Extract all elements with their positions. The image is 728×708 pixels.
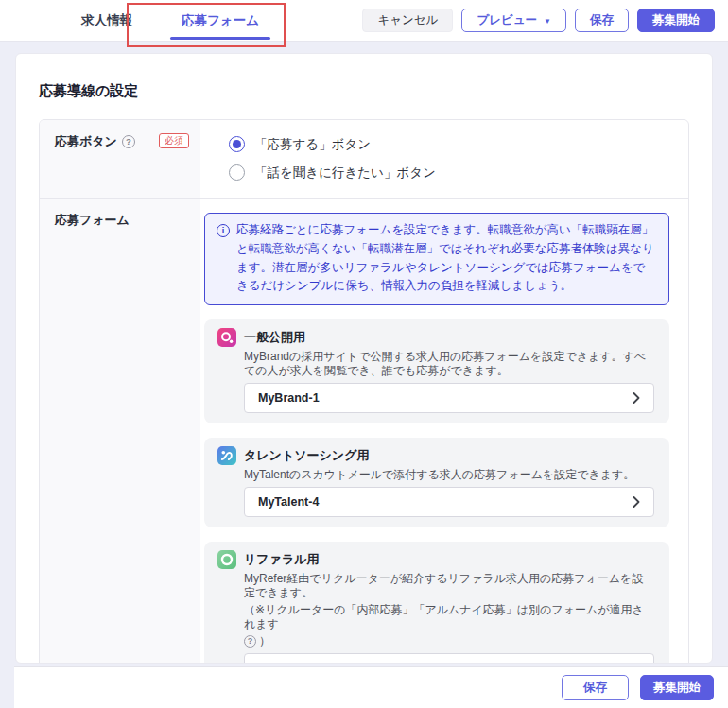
card-public-description: MyBrandの採用サイトで公開する求人用の応募フォームを設定できます。すべての… xyxy=(244,350,654,378)
card-referral-note: （※リクルーターの「内部応募」「アルムナイ応募」は別のフォームが適用されます ?… xyxy=(244,603,654,648)
apply-form-content: i 応募経路ごとに応募フォームを設定できます。転職意欲が高い「転職顕在層」と転職… xyxy=(200,199,688,664)
footer-save-button[interactable]: 保存 xyxy=(562,675,629,700)
card-talent-sourcing: タレントソーシング用 MyTalentのスカウトメールで添付する求人の応募フォー… xyxy=(204,438,669,527)
radio-option-casual-talk-label: 「話を聞きに行きたい」ボタン xyxy=(254,164,436,181)
card-talent-sourcing-description: MyTalentのスカウトメールで添付する求人の応募フォームを設定できます。 xyxy=(244,468,654,482)
radio-unselected-icon[interactable] xyxy=(229,164,245,181)
main-content-card: 応募導線の設定 応募ボタン ? 必須 「応募する」ボタン 「話を聞きに行きたい」… xyxy=(15,53,713,664)
settings-table: 応募ボタン ? 必須 「応募する」ボタン 「話を聞きに行きたい」ボタン xyxy=(39,119,689,664)
card-talent-sourcing-form-selector[interactable]: MyTalent-4 xyxy=(244,487,654,517)
card-talent-sourcing-form-value: MyTalent-4 xyxy=(258,495,319,509)
tab-application-form[interactable]: 応募フォーム xyxy=(157,0,284,42)
card-referral-description: MyRefer経由でリクルーターが紹介するリファラル求人用の応募フォームを設定で… xyxy=(244,572,654,600)
apply-button-options: 「応募する」ボタン 「話を聞きに行きたい」ボタン xyxy=(200,120,451,198)
info-icon: i xyxy=(217,224,230,237)
mybrand-icon xyxy=(217,328,236,347)
card-referral-title: リファラル用 xyxy=(244,551,320,568)
card-public-form-selector[interactable]: MyBrand-1 xyxy=(244,383,654,413)
radio-selected-icon[interactable] xyxy=(229,136,245,152)
chevron-right-icon xyxy=(633,496,640,508)
help-icon[interactable]: ? xyxy=(122,135,135,148)
footer-start-recruiting-button[interactable]: 募集開始 xyxy=(640,675,714,700)
cancel-button[interactable]: キャンセル xyxy=(362,9,453,32)
card-referral-form-value: MyRefer-1 xyxy=(258,662,315,664)
apply-button-label-cell: 応募ボタン ? 必須 xyxy=(40,120,200,198)
header-actions: キャンセル プレビュー ▼ 保存 募集開始 xyxy=(362,9,715,32)
apply-form-label-cell: 応募フォーム xyxy=(40,199,200,664)
footer-bar: 保存 募集開始 xyxy=(14,666,728,708)
card-public-title: 一般公開用 xyxy=(244,329,305,346)
card-talent-sourcing-title: タレントソーシング用 xyxy=(244,447,369,464)
page-title: 応募導線の設定 xyxy=(39,82,689,100)
apply-form-row: 応募フォーム i 応募経路ごとに応募フォームを設定できます。転職意欲が高い「転職… xyxy=(40,198,688,664)
card-public-form-value: MyBrand-1 xyxy=(258,391,320,405)
header-bar: 求人情報 応募フォーム キャンセル プレビュー ▼ 保存 募集開始 xyxy=(0,0,728,42)
myrefer-icon xyxy=(217,550,236,569)
info-text: 応募経路ごとに応募フォームを設定できます。転職意欲が高い「転職顕在層」と転職意欲… xyxy=(236,221,657,296)
apply-button-row: 応募ボタン ? 必須 「応募する」ボタン 「話を聞きに行きたい」ボタン xyxy=(40,120,688,198)
card-referral-note-suffix: ） xyxy=(259,634,270,648)
required-badge: 必須 xyxy=(159,133,189,148)
chevron-right-icon xyxy=(633,663,640,664)
chevron-right-icon xyxy=(633,392,640,404)
preview-button[interactable]: プレビュー ▼ xyxy=(461,9,566,32)
mytalent-icon xyxy=(217,446,236,465)
card-referral: リファラル用 MyRefer経由でリクルーターが紹介するリファラル求人用の応募フ… xyxy=(204,542,669,664)
tab-job-info[interactable]: 求人情報 xyxy=(57,0,157,42)
card-referral-form-selector[interactable]: MyRefer-1 xyxy=(244,653,654,664)
info-box: i 応募経路ごとに応募フォームを設定できます。転職意欲が高い「転職顕在層」と転職… xyxy=(204,213,669,305)
radio-option-casual-talk[interactable]: 「話を聞きに行きたい」ボタン xyxy=(229,161,436,184)
radio-option-apply-label: 「応募する」ボタン xyxy=(254,136,371,153)
preview-button-label: プレビュー xyxy=(477,12,537,28)
card-public: 一般公開用 MyBrandの採用サイトで公開する求人用の応募フォームを設定できま… xyxy=(204,319,669,423)
help-icon[interactable]: ? xyxy=(244,635,256,648)
radio-option-apply[interactable]: 「応募する」ボタン xyxy=(229,132,436,156)
start-recruiting-button[interactable]: 募集開始 xyxy=(637,9,715,32)
card-referral-note-text: （※リクルーターの「内部応募」「アルムナイ応募」は別のフォームが適用されます xyxy=(244,603,654,631)
save-button[interactable]: 保存 xyxy=(575,9,629,32)
chevron-down-icon: ▼ xyxy=(544,17,551,26)
apply-button-label: 応募ボタン xyxy=(55,133,117,150)
apply-form-label: 応募フォーム xyxy=(55,212,130,229)
